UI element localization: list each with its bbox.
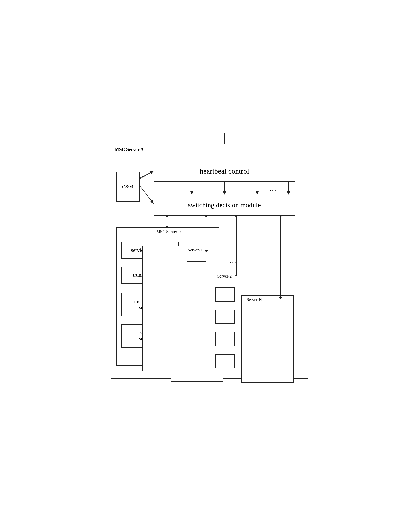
dots-middle: ... bbox=[230, 257, 237, 264]
servern-label: Server-N bbox=[247, 297, 262, 302]
server2-sub1 bbox=[215, 287, 235, 302]
server1-label: Server-1 bbox=[188, 248, 202, 252]
dots-top: ... bbox=[270, 186, 277, 193]
servern-sub3 bbox=[247, 353, 266, 367]
servern-sub1 bbox=[247, 311, 266, 325]
diagram: MSC Server A O&M heartbeat control switc… bbox=[108, 133, 312, 387]
om-label: O&M bbox=[122, 184, 133, 190]
switching-label: switching decision module bbox=[188, 201, 261, 209]
server2-label: Server-2 bbox=[217, 274, 232, 279]
msc-server-a-label: MSC Server A bbox=[115, 147, 144, 152]
heartbeat-box: heartbeat control bbox=[154, 161, 295, 182]
server0-label: MSC Server-0 bbox=[157, 229, 181, 234]
server2-sub4 bbox=[215, 354, 235, 368]
heartbeat-label: heartbeat control bbox=[200, 167, 249, 175]
om-box: O&M bbox=[116, 172, 140, 202]
server2-sub3 bbox=[215, 332, 235, 346]
servern-sub2 bbox=[247, 332, 266, 346]
switching-box: switching decision module bbox=[154, 195, 295, 216]
server2-sub2 bbox=[215, 310, 235, 324]
